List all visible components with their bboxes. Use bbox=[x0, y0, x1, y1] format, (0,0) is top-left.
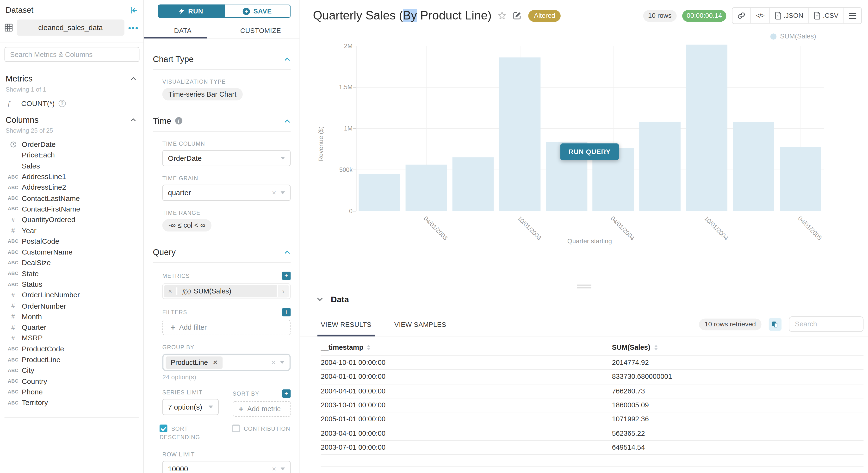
tab-view-results[interactable]: VIEW RESULTS bbox=[321, 317, 372, 336]
bar[interactable] bbox=[499, 57, 540, 211]
chart-menu-button[interactable] bbox=[843, 8, 861, 23]
metric-chip[interactable]: × f(x) SUM(Sales) › bbox=[164, 285, 289, 297]
collapse-panel-icon[interactable] bbox=[129, 6, 138, 14]
group-by-options-hint: 24 option(s) bbox=[162, 374, 290, 380]
column-item[interactable]: #Month bbox=[0, 311, 144, 322]
column-item-label: Territory bbox=[22, 399, 48, 407]
column-item[interactable]: ABCStatus bbox=[0, 279, 144, 290]
metrics-collapse-icon[interactable] bbox=[130, 75, 137, 82]
tab-customize[interactable]: CUSTOMIZE bbox=[222, 25, 300, 38]
favorite-star-icon[interactable] bbox=[497, 10, 507, 21]
add-sort-metric-dropzone[interactable]: + Add metric bbox=[232, 401, 290, 417]
results-search-input[interactable] bbox=[789, 316, 863, 332]
visualization-type-value[interactable]: Time-series Bar Chart bbox=[162, 88, 243, 100]
column-item[interactable]: ABCState bbox=[0, 268, 144, 279]
column-item[interactable]: ABCPostalCode bbox=[0, 236, 144, 247]
column-item[interactable]: ABCTerritory bbox=[0, 397, 144, 408]
column-item[interactable]: ABCCountry bbox=[0, 376, 144, 386]
column-item[interactable]: ABCCity bbox=[0, 365, 144, 376]
altered-badge[interactable]: Altered bbox=[528, 10, 561, 22]
add-filter-button[interactable]: + bbox=[282, 308, 291, 316]
export-json-button[interactable]: .JSON bbox=[769, 8, 808, 23]
copy-link-button[interactable] bbox=[733, 8, 750, 23]
filters-label: FILTERS bbox=[162, 309, 187, 315]
bar[interactable] bbox=[733, 122, 775, 211]
add-filter-dropzone[interactable]: + Add filter bbox=[162, 320, 290, 335]
column-item[interactable]: #MSRP bbox=[0, 333, 144, 343]
edit-title-icon[interactable] bbox=[513, 11, 522, 20]
column-item[interactable]: PriceEach bbox=[0, 150, 144, 161]
column-item[interactable]: OrderDate bbox=[0, 139, 144, 150]
resize-handle[interactable] bbox=[577, 285, 591, 288]
column-item[interactable]: #OrderLineNumber bbox=[0, 290, 144, 301]
section-collapse-icon[interactable] bbox=[284, 56, 291, 62]
remove-metric-icon[interactable]: × bbox=[164, 287, 177, 295]
column-item[interactable]: ABCContactLastName bbox=[0, 193, 144, 203]
time-range-value[interactable]: -∞ ≤ col < ∞ bbox=[162, 219, 211, 231]
text-type-icon: ABC bbox=[5, 281, 22, 287]
column-item[interactable]: ABCContactFirstName bbox=[0, 203, 144, 214]
column-item[interactable]: #OrderNumber bbox=[0, 301, 144, 311]
bar[interactable] bbox=[359, 174, 400, 211]
group-by-chip[interactable]: ProductLine ✕ bbox=[165, 356, 222, 369]
column-item[interactable]: ABCProductLine bbox=[0, 354, 144, 365]
embed-code-button[interactable]: </> bbox=[750, 8, 769, 23]
info-icon: i bbox=[175, 117, 182, 124]
y-tick-label: 500k bbox=[319, 166, 352, 173]
add-sort-metric-button[interactable]: + bbox=[282, 389, 291, 398]
y-tick-mark bbox=[353, 46, 356, 46]
column-item[interactable]: ABCDealSize bbox=[0, 257, 144, 268]
data-panel-collapse-icon[interactable] bbox=[316, 296, 323, 303]
tab-data[interactable]: DATA bbox=[144, 25, 222, 38]
export-csv-button[interactable]: .CSV bbox=[808, 8, 843, 23]
clear-icon[interactable]: × bbox=[271, 359, 276, 365]
row-limit-select[interactable]: 10000 × bbox=[162, 461, 290, 473]
column-item[interactable]: ABCPhone bbox=[0, 386, 144, 397]
add-metric-button[interactable]: + bbox=[282, 272, 291, 280]
column-item[interactable]: Sales bbox=[0, 161, 144, 171]
bar[interactable] bbox=[452, 157, 494, 211]
sort-descending-checkbox[interactable] bbox=[160, 425, 167, 432]
bar[interactable] bbox=[780, 147, 821, 211]
section-collapse-icon[interactable] bbox=[284, 118, 291, 124]
copy-data-button[interactable] bbox=[769, 318, 781, 330]
column-item[interactable]: ABCAddressLine1 bbox=[0, 171, 144, 182]
column-header-sum-sales[interactable]: SUM(Sales) bbox=[612, 344, 863, 351]
run-button[interactable]: RUN bbox=[158, 5, 224, 18]
column-item[interactable]: ABCAddressLine2 bbox=[0, 182, 144, 193]
dataset-more-icon[interactable]: ••• bbox=[128, 25, 139, 30]
columns-collapse-icon[interactable] bbox=[130, 116, 137, 123]
control-panel: RUN + SAVE DATA CUSTOMIZE Chart Type bbox=[144, 0, 300, 473]
column-item[interactable]: ABCCustomerName bbox=[0, 247, 144, 257]
dataset-name[interactable]: cleaned_sales_data bbox=[17, 20, 124, 36]
bar[interactable] bbox=[686, 44, 728, 211]
column-item-label: CustomerName bbox=[22, 248, 72, 256]
group-by-select[interactable]: ProductLine ✕ × bbox=[162, 354, 290, 371]
bar[interactable] bbox=[640, 121, 681, 211]
section-collapse-icon[interactable] bbox=[284, 249, 291, 255]
time-grain-select[interactable]: quarter × bbox=[162, 185, 290, 201]
remove-chip-icon[interactable]: ✕ bbox=[213, 359, 217, 366]
cell-timestamp: 2003-10-01 00:00:00 bbox=[321, 401, 612, 409]
bar[interactable] bbox=[405, 164, 447, 211]
series-limit-select[interactable]: 7 option(s) bbox=[162, 399, 218, 415]
metric-item[interactable]: ƒ COUNT(*) ? bbox=[0, 93, 144, 108]
clear-icon[interactable]: × bbox=[272, 466, 276, 472]
contribution-checkbox[interactable] bbox=[232, 425, 240, 432]
column-item[interactable]: #Quarter bbox=[0, 322, 144, 333]
chevron-right-icon[interactable]: › bbox=[277, 285, 289, 297]
search-metrics-columns-input[interactable] bbox=[5, 47, 140, 62]
column-item[interactable]: ABCProductCode bbox=[0, 343, 144, 354]
column-item[interactable]: #QuantityOrdered bbox=[0, 214, 144, 225]
x-tick-label: 04/01/2005 bbox=[797, 215, 823, 241]
cell-sum-sales: 1071992.36 bbox=[612, 415, 863, 423]
save-button[interactable]: + SAVE bbox=[224, 5, 290, 18]
column-item[interactable]: #Year bbox=[0, 225, 144, 236]
time-column-select[interactable]: OrderDate bbox=[162, 150, 290, 166]
clear-icon[interactable]: × bbox=[272, 190, 276, 195]
tab-view-samples[interactable]: VIEW SAMPLES bbox=[394, 317, 446, 336]
run-query-button[interactable]: RUN QUERY bbox=[560, 144, 619, 160]
column-header-timestamp[interactable]: __timestamp bbox=[321, 344, 612, 351]
chart-legend[interactable]: SUM(Sales) bbox=[770, 32, 816, 40]
column-item-label: State bbox=[22, 269, 39, 278]
